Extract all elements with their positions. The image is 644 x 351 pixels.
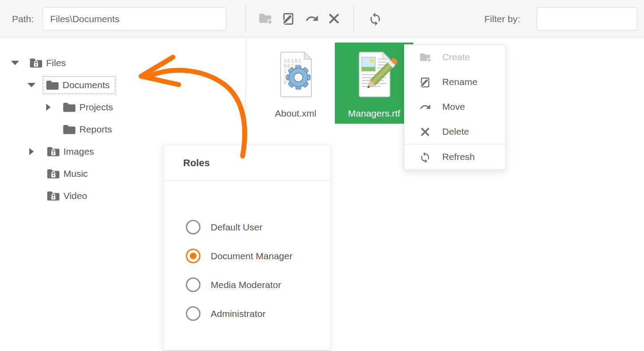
collapse-arrow-icon[interactable] — [44, 103, 52, 111]
role-option-label: Administrator — [211, 308, 266, 319]
role-option-label: Document Manager — [211, 251, 292, 261]
rename-button[interactable] — [279, 10, 297, 27]
delete-icon — [419, 126, 431, 138]
toolbar-separator — [353, 5, 354, 32]
create-folder-icon — [419, 51, 431, 63]
menu-item-label: Delete — [442, 126, 469, 137]
role-option-label: Media Moderator — [211, 280, 281, 290]
locked-folder-icon — [47, 168, 60, 179]
move-icon — [305, 12, 319, 26]
menu-item-label: Refresh — [442, 152, 475, 162]
role-option-media-moderator[interactable]: Media Moderator — [164, 270, 330, 299]
file-tile-about-xml[interactable]: 1010100101 1101111010 01010 Ab — [256, 43, 335, 124]
folder-icon — [63, 124, 76, 135]
menu-item-refresh[interactable]: Refresh — [404, 144, 505, 169]
radio-button[interactable] — [186, 306, 200, 321]
delete-icon — [327, 12, 341, 26]
tree-item-documents[interactable]: Documents — [0, 74, 244, 96]
tree-item-label: Video — [63, 191, 87, 201]
toolbar-separator — [245, 5, 246, 32]
file-tile-managers-rtf[interactable]: Managers.rtf — [335, 43, 413, 124]
tree-item-label: Projects — [79, 102, 113, 113]
menu-item-move[interactable]: Move — [404, 94, 505, 119]
menu-item-label: Rename — [442, 77, 477, 87]
context-menu: Create Rename Move Delete Refresh — [404, 44, 506, 170]
gear-icon — [287, 66, 310, 89]
role-option-label: Default User — [211, 222, 263, 233]
collapse-arrow-icon[interactable] — [27, 148, 35, 156]
locked-folder-icon — [29, 58, 43, 68]
path-label: Path: — [12, 0, 34, 38]
tree-item-label: Images — [63, 146, 94, 157]
filter-input[interactable] — [537, 7, 637, 31]
tree-item-label: Music — [63, 168, 88, 179]
tree-item-reports[interactable]: Reports — [0, 118, 244, 140]
refresh-icon — [368, 12, 382, 26]
xml-document-icon: 1010100101 1101111010 01010 — [271, 50, 321, 100]
locked-folder-icon — [47, 146, 60, 157]
locked-folder-icon — [47, 191, 60, 201]
tree-item-label: Documents — [63, 80, 110, 90]
rtf-document-icon — [349, 50, 400, 100]
radio-button-selected[interactable] — [186, 249, 200, 263]
file-name: About.xml — [256, 108, 335, 119]
role-option-document-manager[interactable]: Document Manager — [164, 242, 330, 270]
rename-icon — [281, 12, 295, 26]
menu-item-label: Move — [442, 101, 465, 112]
refresh-button[interactable] — [366, 10, 384, 27]
tree-item-label: Files — [46, 58, 66, 68]
tree-item-files[interactable]: Files — [0, 52, 244, 74]
svg-text:10101: 10101 — [283, 58, 302, 63]
menu-item-rename[interactable]: Rename — [404, 70, 505, 94]
folder-icon — [63, 102, 76, 113]
radio-button[interactable] — [186, 277, 200, 292]
folder-icon — [46, 80, 59, 90]
refresh-icon — [419, 151, 431, 163]
filter-label: Filter by: — [484, 0, 520, 38]
role-option-default-user[interactable]: Default User — [164, 213, 330, 242]
create-folder-button[interactable] — [256, 10, 274, 27]
radio-button[interactable] — [186, 220, 200, 234]
expand-arrow-icon[interactable] — [11, 59, 19, 67]
role-option-administrator[interactable]: Administrator — [164, 299, 330, 328]
roles-panel-title: Roles — [164, 145, 330, 181]
path-input[interactable] — [43, 7, 226, 31]
rename-icon — [419, 76, 431, 88]
delete-button[interactable] — [325, 10, 343, 27]
menu-item-delete[interactable]: Delete — [404, 119, 505, 144]
tree-item-projects[interactable]: Projects — [0, 96, 244, 118]
menu-item-label: Create — [442, 52, 470, 62]
tree-item-label: Reports — [79, 124, 112, 135]
roles-panel: Roles Default User Document Manager Medi… — [163, 145, 330, 351]
toolbar: Path: Filter by: — [0, 0, 644, 38]
file-name: Managers.rtf — [335, 108, 413, 119]
move-icon — [419, 101, 431, 113]
expand-arrow-icon[interactable] — [27, 81, 35, 89]
image-thumbnail — [361, 57, 375, 71]
selected-tree-item-box: Documents — [43, 76, 115, 94]
file-manager-app: Path: Filter by: Files — [0, 0, 644, 351]
create-folder-icon — [258, 12, 272, 26]
menu-item-create[interactable]: Create — [404, 45, 505, 70]
move-button[interactable] — [303, 10, 321, 27]
